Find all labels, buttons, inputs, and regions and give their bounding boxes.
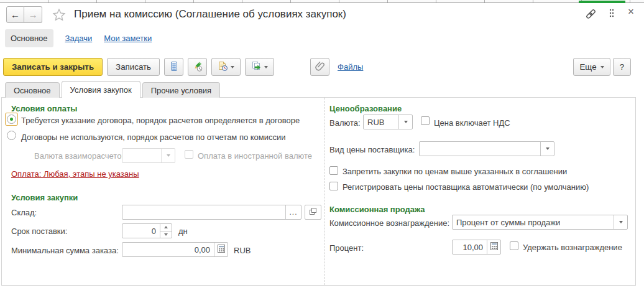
percent-field[interactable]: 10,00	[452, 240, 501, 255]
forward-button[interactable]: →	[24, 6, 42, 23]
payment-terms-header: Условия оплаты	[11, 104, 77, 113]
related-documents-button[interactable]	[164, 58, 183, 76]
combo-arrow-button[interactable]	[614, 215, 627, 229]
files-link[interactable]: Файлы	[338, 62, 363, 72]
vat-included-label[interactable]: Цена включает НДС	[434, 118, 510, 128]
browser-tab-strip	[0, 0, 644, 3]
tab-other-terms[interactable]: Прочие условия	[142, 82, 220, 98]
forbid-higher-prices-checkbox[interactable]	[329, 166, 338, 175]
dropdown-caret-icon	[231, 66, 234, 68]
dropdown-caret-icon	[264, 66, 268, 68]
calculator-icon	[218, 245, 225, 255]
commission-reward-value: Процент от суммы продажи	[453, 215, 614, 229]
save-and-close-button[interactable]: Записать и закрыть	[3, 58, 103, 76]
favorite-star-icon[interactable]	[52, 8, 66, 22]
radio-focus-frame	[5, 113, 18, 126]
save-button[interactable]: Записать	[107, 58, 160, 76]
form-tab-strip: Основное Условия закупок Прочие условия	[5, 81, 220, 98]
settlement-currency-value	[122, 149, 161, 162]
warehouse-choose-button[interactable]: ...	[285, 205, 301, 219]
page-title: Прием на комиссию (Соглашение об условия…	[74, 8, 346, 21]
command-bar: Записать и закрыть Записать	[3, 58, 363, 76]
create-based-on-menu-button[interactable]	[245, 58, 274, 76]
currency-label: Валюта:	[329, 118, 361, 128]
purchase-terms-header: Условия закупки	[11, 193, 78, 202]
column-divider	[324, 98, 324, 285]
currency-value: RUB	[364, 115, 398, 129]
more-button[interactable]: Еще	[573, 58, 610, 76]
spin-up-button[interactable]	[160, 224, 172, 232]
pricing-header: Ценообразование	[329, 104, 402, 113]
combo-arrow-button[interactable]	[540, 142, 554, 156]
delivery-time-field[interactable]: 0	[122, 223, 172, 238]
radio-no-contracts[interactable]	[7, 131, 16, 140]
currency-combo[interactable]: RUB	[363, 115, 413, 129]
warehouse-value	[122, 205, 285, 219]
supplier-price-kind-value	[420, 142, 540, 156]
paperclip-icon	[315, 61, 325, 73]
settlement-currency-combo[interactable]	[122, 148, 175, 163]
withhold-reward-checkbox[interactable]	[510, 241, 518, 250]
history-nav-group: ← →	[6, 6, 42, 23]
calculator-icon	[490, 242, 498, 252]
chevron-down-icon	[546, 147, 550, 150]
nav-item-tasks[interactable]: Задачи	[65, 34, 93, 43]
commission-reward-combo[interactable]: Процент от суммы продажи	[452, 215, 628, 230]
tab-main[interactable]: Основное	[5, 82, 60, 98]
withhold-reward-label[interactable]: Удержать вознаграждение	[523, 243, 622, 252]
radio-no-contracts-label[interactable]: Договоры не используются, порядок расчет…	[21, 133, 286, 142]
percent-label: Процент:	[329, 243, 364, 253]
auto-register-prices-label[interactable]: Регистрировать цены поставщика автоматич…	[343, 182, 589, 192]
attachments-button[interactable]	[310, 58, 329, 76]
commission-sale-header: Комиссионная продажа	[329, 205, 425, 214]
radio-contract-required-label[interactable]: Требуется указание договора, порядок рас…	[21, 116, 300, 125]
reminder-menu-button[interactable]	[211, 58, 241, 76]
document-clock-icon	[218, 61, 228, 73]
tasks-button[interactable]	[188, 58, 207, 76]
vat-included-checkbox[interactable]	[421, 116, 430, 125]
payment-stages-link[interactable]: Оплата: Любая, этапы не указаны	[11, 169, 139, 179]
supplier-price-kind-combo[interactable]	[419, 141, 554, 156]
radio-contract-required[interactable]	[7, 115, 16, 124]
min-order-sum-value: 0,00	[122, 243, 214, 256]
open-form-icon	[309, 207, 317, 217]
delivery-time-unit: дн	[178, 227, 188, 236]
combo-arrow-button[interactable]	[161, 149, 175, 162]
warehouse-open-button[interactable]	[305, 205, 321, 220]
supplier-price-kind-label: Вид цены поставщика:	[329, 145, 415, 154]
copy-arrow-icon	[251, 61, 262, 73]
more-options-icon[interactable]	[609, 8, 615, 18]
dropdown-caret-icon	[600, 66, 604, 68]
arrow-up-icon	[164, 226, 168, 228]
chevron-down-icon	[404, 121, 408, 123]
foreign-currency-checkbox[interactable]	[185, 150, 193, 159]
application-window: ← → Прием на комиссию (Соглашение об усл…	[0, 0, 644, 290]
chevron-down-icon	[167, 154, 170, 157]
nav-item-notes[interactable]: Мои заметки	[104, 34, 152, 43]
get-link-icon[interactable]	[585, 8, 597, 20]
navigation-panel: Основное Задачи Мои заметки	[5, 29, 152, 47]
warehouse-field[interactable]: ...	[122, 205, 301, 220]
commission-reward-label: Комиссионное вознаграждение:	[329, 218, 449, 228]
percent-value: 10,00	[453, 240, 487, 254]
combo-arrow-button[interactable]	[398, 115, 412, 129]
chevron-down-icon	[619, 221, 623, 223]
settlement-currency-label: Валюта взаиморасчетов:	[34, 151, 128, 161]
nav-item-main[interactable]: Основное	[5, 29, 53, 47]
delivery-time-value: 0	[122, 224, 160, 238]
tab-purchase-terms[interactable]: Условия закупок	[62, 81, 140, 98]
calculator-button[interactable]	[487, 240, 500, 254]
close-icon[interactable]: ×	[625, 6, 637, 19]
warehouse-label: Склад:	[11, 208, 37, 217]
min-order-sum-field[interactable]: 0,00	[122, 242, 228, 257]
more-button-label: Еще	[579, 62, 596, 72]
calculator-button[interactable]	[214, 243, 228, 256]
spin-down-button[interactable]	[160, 232, 172, 238]
back-button[interactable]: ←	[6, 6, 24, 23]
help-button[interactable]: ?	[613, 58, 631, 76]
forbid-higher-prices-label[interactable]: Запретить закупки по ценам выше указанны…	[343, 167, 567, 176]
auto-register-prices-checkbox[interactable]	[329, 182, 338, 190]
document-structure-icon	[169, 61, 179, 73]
delivery-time-label: Срок поставки:	[11, 227, 67, 236]
arrow-down-icon	[164, 233, 168, 236]
